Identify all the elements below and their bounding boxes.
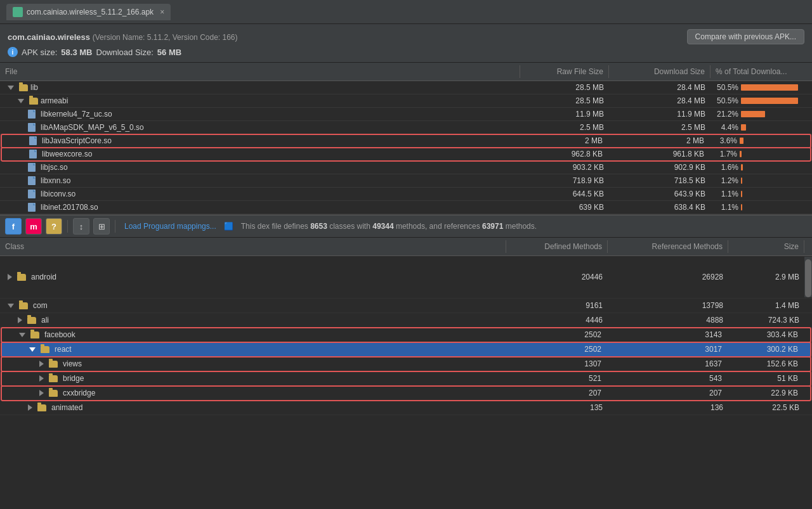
folder-icon	[19, 84, 28, 91]
expand-icon	[29, 347, 36, 352]
raw-size-cell: 644.5 KB	[520, 188, 609, 200]
pct-bar-cell: 50.5%	[710, 82, 812, 93]
table-row[interactable]: armeabi 28.5 MB 28.4 MB 50.5%	[0, 94, 812, 108]
info-icon: i	[8, 47, 18, 57]
apk-icon	[13, 7, 23, 17]
table-row[interactable]: libxnn.so 718.9 KB 718.5 KB 1.2%	[0, 174, 812, 188]
folder-icon	[17, 274, 26, 281]
help-btn[interactable]: ?	[46, 218, 62, 235]
size-cell: 1.4 MB	[728, 299, 804, 312]
table-row[interactable]: libjsc.so 903.2 KB 902.9 KB 1.6%	[0, 161, 812, 174]
pct-bar-cell: 4.4%	[710, 122, 812, 133]
class-name-label: animated	[51, 403, 82, 412]
class-row-ali[interactable]: ali 4446 4888 724.3 KB	[0, 313, 812, 328]
bar-chart	[741, 204, 742, 210]
class-row-bridge[interactable]: bridge 521 543 51 KB	[1, 371, 811, 386]
file-tab[interactable]: com.cainiao.wireless_5.11.2_166.apk ×	[6, 4, 171, 20]
download-label: Download Size:	[96, 48, 154, 57]
class-row-animated[interactable]: animated 135 136 22.5 KB	[0, 401, 812, 415]
app-info: com.cainiao.wireless (Version Name: 5.11…	[8, 32, 238, 42]
file-col-header: File	[0, 65, 520, 78]
table-row[interactable]: libAMapSDK_MAP_v6_5_0.so 2.5 MB 2.5 MB 4…	[0, 121, 812, 134]
facebook-btn[interactable]: f	[5, 218, 22, 235]
size-cell: 22.9 KB	[727, 387, 803, 399]
bar-chart	[740, 138, 743, 144]
raw-size-cell: 718.9 KB	[520, 175, 609, 186]
table-row[interactable]: libinet.201708.so 639 KB 638.4 KB 1.1%	[0, 201, 812, 214]
referenced-methods-cell: 4888	[608, 314, 728, 326]
file-name-label: libjsc.so	[41, 163, 68, 172]
app-name: com.cainiao.wireless	[8, 32, 90, 42]
size-cell: 22.5 KB	[728, 401, 804, 414]
file-name-label: armeabi	[41, 96, 68, 105]
pct-bar-cell: 1.1%	[710, 202, 812, 213]
class-row-com[interactable]: com 9161 13798 1.4 MB	[0, 299, 812, 313]
sort-btn[interactable]: ↕	[73, 218, 89, 235]
class-row-android[interactable]: android 20446 26928 2.9 MB	[0, 256, 812, 299]
dl-size-cell: 2.5 MB	[609, 122, 710, 133]
file-section: File Raw File Size Download Size % of To…	[0, 63, 812, 215]
table-row[interactable]: libiconv.so 644.5 KB 643.9 KB 1.1%	[0, 188, 812, 201]
expand-icon	[18, 99, 24, 103]
load-mappings-link[interactable]: Load Proguard mappings...	[124, 222, 216, 231]
folder-icon	[49, 361, 58, 368]
m-btn[interactable]: m	[25, 218, 42, 235]
filter-btn[interactable]: ⊞	[93, 218, 110, 235]
dex-info-text: This dex file defines 8653 classes with …	[241, 222, 537, 231]
table-row[interactable]: lib 28.5 MB 28.4 MB 50.5%	[0, 81, 812, 94]
dl-size-cell: 2 MB	[608, 135, 709, 146]
bar-chart	[741, 177, 742, 184]
bar-chart	[741, 111, 765, 117]
class-row-views[interactable]: views 1307 1637 152.6 KB	[1, 357, 811, 371]
defined-methods-cell: 2502	[505, 328, 606, 341]
class-row-react[interactable]: react 2502 3017 300.2 KB	[1, 342, 811, 357]
folder-icon	[30, 332, 39, 338]
file-name-label: libweexcore.so	[42, 150, 92, 158]
class-name-label: com	[33, 301, 48, 310]
pct-bar-cell: 21.2%	[710, 108, 812, 120]
file-icon	[29, 136, 37, 145]
dlsize-col-header: Download Size	[609, 65, 710, 78]
download-value: 56 MB	[157, 48, 181, 57]
scrollbar	[804, 257, 812, 297]
bar-chart	[741, 84, 798, 91]
size-cell: 303.4 KB	[727, 328, 803, 341]
folder-icon	[37, 404, 46, 411]
class-name-label: views	[63, 359, 82, 368]
bar-chart	[740, 151, 742, 157]
scrollbar-thumb[interactable]	[805, 259, 811, 297]
class-col-header: Class	[0, 240, 506, 253]
apk-size-value: 58.3 MB	[61, 48, 92, 57]
expand-icon	[8, 86, 14, 90]
bar-chart	[741, 191, 742, 197]
file-icon	[29, 150, 37, 158]
folder-icon	[19, 302, 28, 309]
folder-icon	[41, 346, 49, 353]
size-cell: 152.6 KB	[727, 358, 803, 370]
toolbar-divider	[67, 220, 68, 233]
file-name-label: libJavaScriptCore.so	[42, 136, 112, 145]
file-name-label: libiconv.so	[41, 190, 75, 198]
referenced-methods-cell: 26928	[608, 271, 728, 283]
size-cell: 2.9 MB	[728, 271, 804, 283]
apk-size-label: APK size:	[22, 48, 57, 57]
class-row-cxxbridge[interactable]: cxxbridge 207 207 22.9 KB	[1, 386, 811, 401]
class-row-facebook[interactable]: facebook 2502 3143 303.4 KB	[1, 328, 811, 342]
referenced-methods-col-header: Referenced Methods	[608, 240, 728, 253]
dl-size-cell: 638.4 KB	[609, 202, 710, 213]
expand-icon	[8, 304, 14, 308]
class-name-label: react	[55, 345, 72, 354]
table-row[interactable]: libJavaScriptCore.so 2 MB 2 MB 3.6%	[1, 134, 811, 148]
file-name-label: libkernelu4_7z_uc.so	[41, 110, 112, 119]
defined-methods-col-header: Defined Methods	[506, 240, 608, 253]
defined-methods-cell: 135	[506, 401, 608, 414]
tab-close-button[interactable]: ×	[160, 8, 164, 16]
defined-methods-cell: 9161	[506, 299, 608, 312]
file-icon	[28, 110, 36, 119]
compare-button[interactable]: Compare with previous APK...	[687, 29, 804, 44]
table-row[interactable]: libweexcore.so 962.8 KB 961.8 KB 1.7%	[1, 148, 811, 161]
app-header: com.cainiao.wireless (Version Name: 5.11…	[0, 24, 812, 63]
table-row[interactable]: libkernelu4_7z_uc.so 11.9 MB 11.9 MB 21.…	[0, 108, 812, 121]
pct-bar-cell: 1.2%	[710, 175, 812, 186]
referenced-methods-cell: 1637	[606, 358, 727, 370]
